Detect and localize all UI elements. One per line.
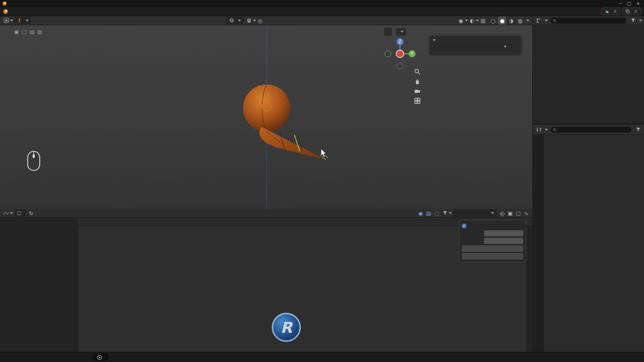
scene-selectors: × × (601, 8, 644, 15)
titlebar: ─ □ × (0, 0, 644, 7)
cursor-to-selection-button[interactable] (462, 245, 523, 252)
outliner-header (532, 16, 644, 25)
gizmo-y-neg-axis[interactable] (385, 51, 391, 57)
overlays-toggle-icon[interactable]: ◐ (468, 17, 476, 25)
gizmo-x-axis[interactable] (396, 50, 404, 58)
status-bar (0, 352, 644, 362)
orientation-icon (229, 18, 234, 23)
orthographic-toggle-icon[interactable] (414, 98, 421, 104)
select-mode-icon-4[interactable]: ▥ (37, 29, 42, 35)
gizmos-toggle-icon[interactable]: ◉ (457, 17, 465, 25)
graph-header: ↻ ◉ ▤ ◌ ◎ ▣ ▢ ∿ (0, 209, 532, 218)
blender-app-icon[interactable] (2, 9, 9, 14)
shading-modes: ○ ● ◑ ◍ (489, 17, 524, 25)
tail-object[interactable] (260, 127, 326, 160)
cursor-y-field[interactable] (484, 238, 523, 244)
shading-solid-icon[interactable]: ● (498, 17, 506, 25)
proportional-editing-icon[interactable]: ◎ (256, 17, 264, 25)
pose-options-row (384, 28, 408, 36)
snap-mode-dropdown[interactable] (453, 209, 497, 217)
mode-selector[interactable] (15, 17, 31, 24)
properties-search[interactable] (550, 126, 632, 133)
viewlayer-unlink-icon[interactable]: × (634, 9, 638, 14)
outliner (532, 25, 644, 124)
select-mode-icon-3[interactable]: ▤ (30, 29, 34, 35)
proportional-edit-graph-icon[interactable]: ◎ (498, 209, 506, 217)
gizmo-z-neg-axis[interactable] (397, 63, 403, 69)
normalize-refresh-icon[interactable]: ↻ (27, 209, 35, 217)
outliner-search[interactable] (550, 17, 627, 24)
mouse-widget-icon (26, 150, 41, 171)
viewport-3d[interactable]: ▣ ▢ ▤ ▥ Z Y (0, 25, 532, 209)
viewlayer-selector[interactable]: × (622, 8, 641, 15)
viewport-nav-icons (414, 68, 421, 104)
screencast-keys (26, 149, 41, 171)
show-cursor-checkbox[interactable]: ✓ (462, 224, 466, 228)
pan-hand-icon[interactable] (414, 78, 421, 85)
add-workspace-button[interactable] (14, 7, 21, 16)
shading-rendered-icon[interactable]: ◍ (516, 17, 524, 25)
properties-editor-icon[interactable] (535, 126, 543, 134)
anim-player-close-icon[interactable] (97, 355, 102, 360)
show-sliders-toggle-icon[interactable]: ▤ (425, 209, 433, 217)
blender-window: ─ □ × × × (0, 0, 644, 362)
graph-editor-icon[interactable] (2, 209, 10, 217)
normalize-checkbox[interactable] (17, 211, 21, 215)
editor-type-icon[interactable] (2, 17, 10, 25)
properties-content (544, 135, 644, 352)
svg-text:Y: Y (411, 52, 414, 56)
outliner-editor-icon[interactable] (535, 17, 543, 25)
snap-magnet-icon[interactable] (245, 17, 253, 25)
properties-tabs (533, 135, 544, 352)
select-mode-icon-2[interactable]: ▢ (22, 29, 26, 35)
ghost-curves-icon[interactable]: ◌ (433, 209, 441, 217)
navigation-gizmo[interactable]: Z Y (382, 36, 418, 71)
graph-channels (0, 226, 78, 352)
pose-mode-icon (17, 18, 22, 23)
graph-editor: ↻ ◉ ▤ ◌ ◎ ▣ ▢ ∿ ✓ (0, 209, 532, 352)
pose-options-dropdown[interactable] (396, 28, 406, 36)
normalize-toggle[interactable] (15, 209, 26, 217)
maximize-icon[interactable]: □ (627, 1, 631, 6)
camera-view-icon[interactable] (414, 88, 421, 94)
blender-logo-icon (2, 1, 7, 6)
properties-filter-icon[interactable] (634, 126, 642, 134)
search-icon (553, 19, 556, 23)
xray-toggle-icon[interactable]: ▥ (479, 17, 487, 25)
transform-panel (430, 36, 521, 55)
properties-search-input[interactable] (558, 127, 629, 132)
viewport-header: ◎ ◉ ◐ ▥ ○ ● ◑ ◍ (0, 16, 532, 25)
anim-player-badge (93, 353, 109, 361)
outliner-search-input[interactable] (558, 18, 624, 23)
search-icon (553, 128, 556, 132)
show-cursor-toggle-icon[interactable]: ◉ (417, 209, 425, 217)
scene-icon (604, 9, 609, 14)
viewlayer-icon (625, 9, 630, 14)
properties-header (533, 125, 644, 135)
tool-options-strip: ▣ ▢ ▤ ▥ (14, 29, 42, 35)
menubar: × × (0, 7, 644, 16)
svg-text:Z: Z (398, 40, 401, 44)
shading-wireframe-icon[interactable]: ○ (489, 17, 497, 25)
scene-selector[interactable]: × (601, 8, 620, 15)
copy-keys-icon[interactable]: ▣ (506, 209, 514, 217)
cursor-value-to-selection-button[interactable] (462, 253, 523, 259)
fcurve-tools-icon[interactable]: ∿ (522, 209, 530, 217)
euler-mode-dropdown[interactable] (433, 43, 510, 50)
cursor-panel: ✓ (459, 220, 526, 262)
mirror-x-toggle[interactable] (384, 28, 392, 36)
orientation-selector[interactable] (227, 17, 244, 24)
minimize-icon[interactable]: ─ (619, 1, 622, 6)
zoom-icon[interactable] (414, 68, 421, 75)
properties-editor (532, 124, 644, 352)
paste-keys-icon[interactable]: ▢ (514, 209, 522, 217)
outliner-filter-icon[interactable] (629, 17, 637, 25)
scene-unlink-icon[interactable]: × (613, 9, 617, 14)
cursor-x-field[interactable] (484, 230, 523, 236)
graph-filter-icon[interactable] (441, 209, 449, 217)
shading-material-icon[interactable]: ◑ (507, 17, 515, 25)
close-icon[interactable]: × (636, 1, 640, 6)
select-mode-icon-1[interactable]: ▣ (14, 29, 19, 35)
